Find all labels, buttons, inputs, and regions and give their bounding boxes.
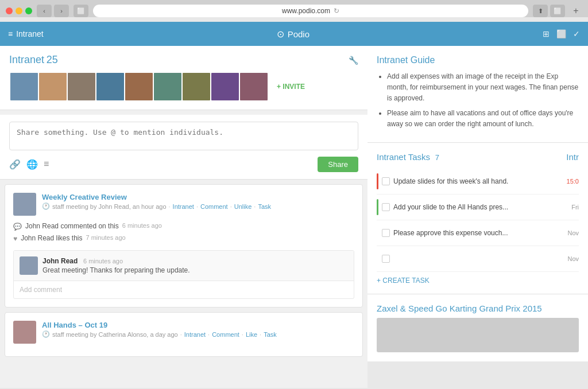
member-avatar[interactable] xyxy=(210,72,240,102)
member-avatar[interactable] xyxy=(153,72,183,102)
member-avatar[interactable] xyxy=(38,72,68,102)
post-unlike-link[interactable]: Unlike xyxy=(234,203,252,210)
activity-comment: 💬 John Read commented on this 6 minutes … xyxy=(13,220,354,232)
main-layout: Intranet 25 🔧 + INVITE xyxy=(0,46,588,388)
minimize-button[interactable] xyxy=(16,7,22,14)
post-intranet-link[interactable]: Intranet xyxy=(184,331,206,338)
comment-body: John Read 6 minutes ago Great meeting! T… xyxy=(42,256,348,275)
window-icon[interactable]: ⬜ xyxy=(556,29,566,38)
share-tools: 🔗 🌐 ≡ xyxy=(9,159,49,170)
guide-item: Please aim to have all vacations and out… xyxy=(387,108,579,130)
add-tab-button[interactable]: + xyxy=(570,5,582,17)
activity-comment-time: 6 minutes ago xyxy=(122,222,162,229)
share-input[interactable] xyxy=(9,122,358,150)
member-bar: + INVITE xyxy=(9,72,358,102)
comment-input[interactable]: Add comment xyxy=(14,281,354,298)
guide-item: Add all expenses with an image of the re… xyxy=(387,71,579,104)
member-avatar[interactable] xyxy=(67,72,96,102)
member-count: 25 xyxy=(47,54,58,65)
member-avatar[interactable] xyxy=(181,72,211,102)
intranet-title-text: Intranet 25 xyxy=(9,54,58,66)
list-icon[interactable]: ≡ xyxy=(44,159,49,170)
post-comment-link[interactable]: Comment xyxy=(212,331,239,338)
workspace-name: Intranet xyxy=(9,54,44,65)
task-checkbox[interactable] xyxy=(382,255,390,263)
post-intranet-link[interactable]: Intranet xyxy=(173,203,194,210)
task-item: Add your slide to the All Hands pres... … xyxy=(377,194,579,220)
new-tab-button[interactable]: ⬜ xyxy=(550,5,565,17)
nav-logo[interactable]: ⊙ Podio xyxy=(53,29,533,40)
task-checkbox[interactable] xyxy=(382,177,390,185)
post-title[interactable]: Weekly Creative Review xyxy=(42,193,354,201)
heart-icon: ♥ xyxy=(13,235,17,243)
comment-section: John Read 6 minutes ago Great meeting! T… xyxy=(13,250,354,299)
hamburger-icon: ≡ xyxy=(8,29,13,38)
event-image xyxy=(377,318,579,352)
intr-label: Intr xyxy=(566,152,579,162)
task-due-date: 15:0 xyxy=(567,178,579,185)
guide-section: Intranet Guide Add all expenses with an … xyxy=(368,46,588,143)
post-byline: staff meeting by Catherina Alonso, a day… xyxy=(52,331,178,338)
post-comment-link[interactable]: Comment xyxy=(200,203,228,210)
guide-title: Intranet Guide xyxy=(377,55,579,65)
check-icon[interactable]: ✓ xyxy=(573,29,580,38)
globe-icon[interactable]: 🌐 xyxy=(26,159,38,170)
activity-comment-text: John Read commented on this xyxy=(25,222,119,230)
share-browser-button[interactable]: ⬆ xyxy=(533,5,548,17)
url-bar[interactable]: www.podio.com ↻ xyxy=(93,5,528,17)
activity-like-time: 7 minutes ago xyxy=(86,234,126,241)
close-button[interactable] xyxy=(6,7,13,14)
invite-button[interactable]: + INVITE xyxy=(277,83,305,91)
member-avatar[interactable] xyxy=(124,72,154,102)
task-item: Nov xyxy=(377,246,579,272)
post-meta: Weekly Creative Review 🕐 staff meeting b… xyxy=(42,193,354,216)
create-task-button[interactable]: + CREATE TASK xyxy=(377,277,579,285)
share-button[interactable]: Share xyxy=(318,157,358,172)
clock-icon: 🕐 xyxy=(42,330,50,338)
reload-icon[interactable]: ↻ xyxy=(334,7,339,15)
task-text: Please approve this expense vouch... xyxy=(393,229,564,237)
nav-icon-group: ⊞ ⬜ ✓ xyxy=(543,29,580,38)
tasks-section: Intranet Tasks 7 Intr Update slides for … xyxy=(368,143,588,294)
maximize-button[interactable] xyxy=(25,7,32,14)
post-title[interactable]: All Hands – Oct 19 xyxy=(42,321,354,329)
post-task-link[interactable]: Task xyxy=(264,331,277,338)
task-urgency-indicator xyxy=(377,173,378,189)
post-item: Weekly Creative Review 🕐 staff meeting b… xyxy=(5,184,363,308)
share-toolbar: 🔗 🌐 ≡ Share xyxy=(9,157,358,172)
nav-menu-toggle[interactable]: ≡ Intranet xyxy=(8,29,44,38)
comment-text: Great meeting! Thanks for preparing the … xyxy=(42,266,348,274)
back-button[interactable]: ‹ xyxy=(37,5,52,17)
task-checkbox[interactable] xyxy=(382,203,390,211)
traffic-lights xyxy=(6,7,32,14)
task-checkbox[interactable] xyxy=(382,229,390,237)
activity-like: ♥ John Read likes this 7 minutes ago xyxy=(13,232,354,244)
event-section: Zaxel & Speed Go Karting Grand Prix 2015 xyxy=(368,294,588,361)
member-avatar[interactable] xyxy=(9,72,39,102)
task-due-date: Fri xyxy=(571,204,579,211)
reader-view-button[interactable]: ⬜ xyxy=(74,5,88,17)
commenter-avatar[interactable] xyxy=(20,256,38,275)
podio-logo-text: Podio xyxy=(288,29,310,39)
attach-icon[interactable]: 🔗 xyxy=(9,159,21,170)
task-urgency-indicator xyxy=(377,251,378,267)
top-nav: ≡ Intranet ⊙ Podio ⊞ ⬜ ✓ xyxy=(0,22,588,46)
event-title[interactable]: Zaxel & Speed Go Karting Grand Prix 2015 xyxy=(377,304,579,313)
comment-time: 6 minutes ago xyxy=(83,258,123,264)
url-text: www.podio.com xyxy=(282,7,330,15)
post-task-link[interactable]: Task xyxy=(258,203,271,210)
member-avatar[interactable] xyxy=(239,72,269,102)
post-like-link[interactable]: Like xyxy=(246,331,257,338)
task-due-date: Nov xyxy=(567,255,579,262)
task-due-date: Nov xyxy=(567,229,579,236)
browser-chrome: ‹ › ⬜ www.podio.com ↻ ⬆ ⬜ + xyxy=(0,0,588,17)
post-author-avatar[interactable] xyxy=(13,321,36,344)
settings-wrench-icon[interactable]: 🔧 xyxy=(349,56,358,65)
forward-button[interactable]: › xyxy=(54,5,69,17)
activity-like-text: John Read likes this xyxy=(21,234,82,242)
tasks-header-left: Intranet Tasks 7 xyxy=(377,152,439,162)
post-subtitle: 🕐 staff meeting by Catherina Alonso, a d… xyxy=(42,330,354,338)
grid-icon[interactable]: ⊞ xyxy=(543,29,550,38)
post-author-avatar[interactable] xyxy=(13,193,36,216)
member-avatar[interactable] xyxy=(95,72,125,102)
